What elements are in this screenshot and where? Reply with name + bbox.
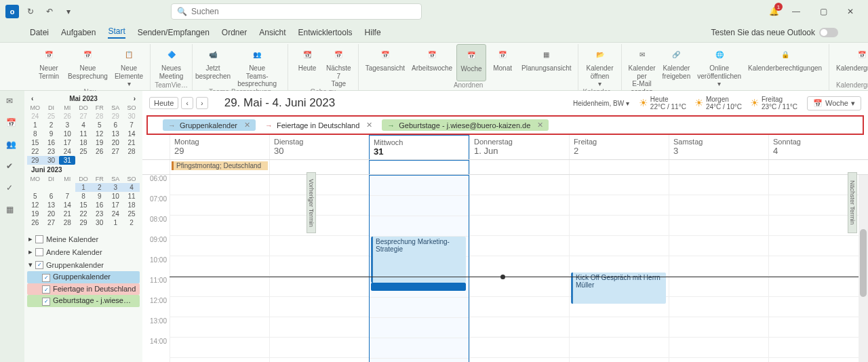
cal-day[interactable] xyxy=(108,156,124,165)
cal-day[interactable]: 28 xyxy=(59,218,75,227)
ribbon-btn[interactable]: 🌐Onlineveröffentlichen▾ xyxy=(694,44,744,96)
cal-day[interactable] xyxy=(27,183,43,192)
trial-toggle[interactable] xyxy=(819,28,838,37)
cal-day[interactable]: 26 xyxy=(92,147,108,156)
cal-day[interactable]: 8 xyxy=(27,129,43,138)
close-button[interactable]: ✕ xyxy=(838,1,863,22)
day-column[interactable] xyxy=(269,175,369,362)
cal-day[interactable]: 24 xyxy=(59,147,75,156)
cal-day[interactable]: 23 xyxy=(43,147,60,156)
event[interactable] xyxy=(371,283,466,291)
cal-day[interactable]: 24 xyxy=(27,112,43,121)
cal-day[interactable]: 30 xyxy=(123,112,140,121)
next-month[interactable]: › xyxy=(134,95,136,102)
menu-datei[interactable]: Datei xyxy=(30,28,49,37)
cal-day[interactable] xyxy=(43,183,60,192)
cal-day[interactable]: 2 xyxy=(92,183,108,192)
cal-day[interactable]: 9 xyxy=(43,129,60,138)
cal-day[interactable]: 24 xyxy=(108,209,124,218)
menu-ansicht[interactable]: Ansicht xyxy=(259,28,285,37)
event[interactable]: Besprechung Marketing-Strategie xyxy=(371,237,466,283)
cal-day[interactable]: 17 xyxy=(108,201,124,209)
prev-month[interactable]: ‹ xyxy=(31,95,33,102)
cal-day[interactable]: 19 xyxy=(92,138,108,147)
cal-item[interactable]: Gruppenkalender xyxy=(27,271,140,283)
cal-day[interactable]: 30 xyxy=(43,156,60,165)
cal-day[interactable]: 28 xyxy=(92,112,108,121)
menu-senden[interactable]: Senden/Empfangen xyxy=(138,28,210,37)
search-input[interactable]: 🔍 xyxy=(171,3,422,20)
cal-tab[interactable]: →Gruppenkalender✕ xyxy=(163,119,256,131)
cal-day[interactable]: 27 xyxy=(108,147,124,156)
next-appt[interactable]: Nächster Termin xyxy=(848,172,857,233)
minimize-button[interactable]: ― xyxy=(784,1,808,22)
undo-icon[interactable]: ↶ xyxy=(42,4,57,19)
cal-day[interactable]: 3 xyxy=(59,121,75,129)
people-icon[interactable]: 👥 xyxy=(6,140,18,152)
day-column[interactable] xyxy=(469,175,569,362)
ribbon-btn[interactable]: 📅Arbeitswoche xyxy=(409,44,455,81)
ribbon-btn[interactable]: ✉KalenderperE-Mailsenden xyxy=(626,44,658,96)
maximize-button[interactable]: ▢ xyxy=(811,1,835,22)
cal-day[interactable]: 28 xyxy=(123,147,140,156)
cal-day[interactable]: 31 xyxy=(59,156,75,165)
ribbon-btn[interactable]: 📆Heute xyxy=(292,44,322,88)
close-icon[interactable]: ✕ xyxy=(537,121,543,129)
cal-day[interactable]: 11 xyxy=(123,192,140,201)
cal-day[interactable]: 27 xyxy=(43,218,60,227)
cal-day[interactable]: 25 xyxy=(43,112,60,121)
cal-day[interactable] xyxy=(59,183,75,192)
cal-day[interactable]: 20 xyxy=(43,209,60,218)
cal-day[interactable]: 29 xyxy=(75,218,92,227)
cal-day[interactable]: 1 xyxy=(108,218,124,227)
cal-day[interactable]: 18 xyxy=(123,201,140,209)
cal-day[interactable]: 1 xyxy=(27,121,43,129)
ribbon-btn[interactable]: 📹Jetztbesprechen xyxy=(197,44,229,88)
ribbon-btn[interactable]: 📅Nächste7Tage xyxy=(323,44,354,88)
cal-day[interactable]: 25 xyxy=(75,147,92,156)
cal-tab[interactable]: →Feiertage in Deutschland✕ xyxy=(260,119,378,131)
menu-aufgaben[interactable]: Aufgaben xyxy=(61,28,96,37)
cal-day[interactable]: 7 xyxy=(59,192,75,201)
cal-day[interactable]: 23 xyxy=(92,209,108,218)
dropdown-icon[interactable]: ▾ xyxy=(61,4,76,19)
ribbon-btn[interactable]: 📅Tagesansicht xyxy=(363,44,408,81)
cal-day[interactable]: 6 xyxy=(108,121,124,129)
cal-day[interactable]: 11 xyxy=(75,129,92,138)
cal-day[interactable]: 14 xyxy=(59,201,75,209)
cal-day[interactable]: 29 xyxy=(27,156,43,165)
ribbon-btn[interactable]: 📅Monat xyxy=(488,44,517,81)
menu-start[interactable]: Start xyxy=(108,26,125,39)
cal-day[interactable]: 26 xyxy=(27,218,43,227)
allday-event[interactable]: Pfingstmontag; Deutschland xyxy=(172,161,268,170)
cal-day[interactable]: 26 xyxy=(59,112,75,121)
ribbon-btn[interactable]: 🔒Kalenderberechtigungen xyxy=(745,44,825,96)
cal-day[interactable]: 18 xyxy=(75,138,92,147)
day-column[interactable]: Besprechung Marketing-Strategie xyxy=(369,175,469,362)
today-button[interactable]: Heute xyxy=(149,97,178,109)
cal-day[interactable]: 19 xyxy=(27,209,43,218)
cal-day[interactable]: 22 xyxy=(27,147,43,156)
close-icon[interactable]: ✕ xyxy=(366,121,372,129)
cal-day[interactable]: 15 xyxy=(27,138,43,147)
ribbon-btn[interactable]: 📋NeueElemente▾ xyxy=(112,44,146,88)
cal-day[interactable]: 10 xyxy=(59,129,75,138)
cal-day[interactable]: 20 xyxy=(108,138,124,147)
cal-day[interactable]: 2 xyxy=(43,121,60,129)
cal-day[interactable]: 13 xyxy=(43,201,60,209)
ribbon-btn[interactable]: 🔷NeuesMeeting xyxy=(157,44,186,81)
day-column[interactable] xyxy=(669,175,768,362)
cal-day[interactable]: 4 xyxy=(123,183,140,192)
menu-dev[interactable]: Entwicklertools xyxy=(298,28,353,37)
tasks-icon[interactable]: ✔ xyxy=(6,161,18,174)
prev-button[interactable]: ‹ xyxy=(181,97,193,109)
othergrp[interactable]: ▸ Andere Kalender xyxy=(27,245,140,258)
ribbon-btn[interactable]: 📅NeuerTermin xyxy=(34,44,64,88)
ribbon-btn[interactable]: 📅NeueBesprechung xyxy=(65,44,111,88)
cal-day[interactable]: 5 xyxy=(27,192,43,201)
cal-day[interactable]: 10 xyxy=(108,192,124,201)
cal-day[interactable]: 1 xyxy=(75,183,92,192)
sync-icon[interactable]: ↻ xyxy=(23,4,38,19)
more-icon[interactable]: ▦ xyxy=(6,205,18,217)
cal-tab[interactable]: →Geburtstage - j.wiese@buero-kaizen.de✕ xyxy=(382,119,549,131)
